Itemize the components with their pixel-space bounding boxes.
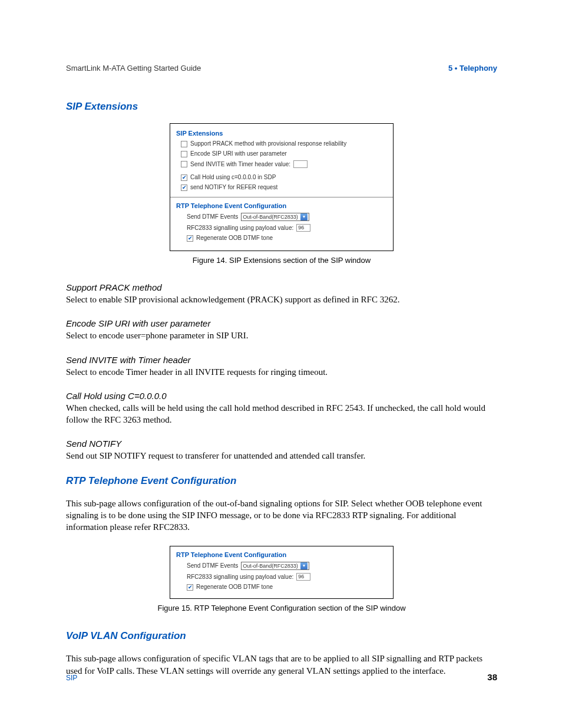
figure-divider xyxy=(170,197,393,197)
subhead-encode-uri: Encode SIP URI with user parameter xyxy=(66,318,497,328)
section-title-rtp: RTP Telephone Event Configuration xyxy=(66,475,497,487)
definition-prack: Support PRACK method Select to enable SI… xyxy=(66,282,497,305)
footer-section-label: SIP xyxy=(66,674,77,682)
label-regen-oob-2: Regenerate OOB DTMF tone xyxy=(196,584,273,591)
subhead-invite-timer: Send INVITE with Timer header xyxy=(66,355,497,365)
definition-invite-timer: Send INVITE with Timer header Select to … xyxy=(66,355,497,378)
label-invite-timer: Send INVITE with Timer header value: xyxy=(190,161,290,168)
fig15-rtp-title: RTP Telephone Event Configuration xyxy=(176,551,387,558)
footer-page-number: 38 xyxy=(487,672,497,682)
definition-call-hold: Call Hold using C=0.0.0.0 When checked, … xyxy=(66,391,497,426)
select-dtmf-value: Out-of-Band(RFC2833) xyxy=(243,214,298,220)
section-title-sip-extensions: SIP Extensions xyxy=(66,101,497,113)
body-notify: Send out SIP NOTIFY request to transfere… xyxy=(66,450,497,462)
checkbox-invite-timer[interactable] xyxy=(181,161,187,167)
label-rfc2833-payload-2: RFC2833 signalling using payload value: xyxy=(187,574,293,581)
figure-15-box: RTP Telephone Event Configuration Send D… xyxy=(170,546,394,599)
definition-encode-uri: Encode SIP URI with user parameter Selec… xyxy=(66,318,497,341)
section-title-voip-vlan: VoIP VLAN Configuration xyxy=(66,630,497,642)
select-dtmf-mode[interactable]: Out-of-Band(RFC2833) ▾ xyxy=(241,213,309,221)
checkbox-notify-refer[interactable] xyxy=(181,185,187,191)
body-rtp: This sub-page allows configuration of th… xyxy=(66,498,497,533)
label-regen-oob: Regenerate OOB DTMF tone xyxy=(196,235,273,242)
label-prack: Support PRACK method with provisional re… xyxy=(190,140,346,147)
page-footer: SIP 38 xyxy=(66,672,497,682)
input-payload-value-2[interactable]: 96 xyxy=(296,573,310,581)
subhead-prack: Support PRACK method xyxy=(66,282,497,292)
subhead-call-hold: Call Hold using C=0.0.0.0 xyxy=(66,391,497,401)
label-rfc2833-payload: RFC2833 signalling using payload value: xyxy=(187,225,293,232)
label-send-dtmf-2: Send DTMF Events xyxy=(187,562,238,569)
body-call-hold: When checked, calls will be held using t… xyxy=(66,402,497,426)
header-chapter: 5 • Telephony xyxy=(448,64,497,73)
checkbox-encode-uri[interactable] xyxy=(181,151,187,157)
page-header: SmartLink M-ATA Getting Started Guide 5 … xyxy=(66,64,497,73)
select-dtmf-value-2: Out-of-Band(RFC2833) xyxy=(243,563,298,569)
figure-14-box: SIP Extensions Support PRACK method with… xyxy=(170,123,394,251)
checkbox-regen-oob[interactable] xyxy=(187,235,193,242)
input-payload-value[interactable]: 96 xyxy=(296,224,310,232)
label-notify-refer: send NOTIFY for REFER request xyxy=(190,184,277,191)
fig14-rtp-title: RTP Telephone Event Configuration xyxy=(176,202,387,209)
subhead-notify: Send NOTIFY xyxy=(66,439,497,449)
checkbox-prack[interactable] xyxy=(181,141,187,147)
definition-notify: Send NOTIFY Send out SIP NOTIFY request … xyxy=(66,439,497,462)
body-invite-timer: Select to encode Timer header in all INV… xyxy=(66,366,497,378)
label-encode-uri: Encode SIP URI with user parameter xyxy=(190,150,287,157)
chevron-down-icon: ▾ xyxy=(300,213,308,220)
body-encode-uri: Select to encode user=phone parameter in… xyxy=(66,330,497,341)
label-send-dtmf: Send DTMF Events xyxy=(187,213,238,220)
figure-15-caption: Figure 15. RTP Telephone Event Configura… xyxy=(66,604,497,612)
checkbox-call-hold[interactable] xyxy=(181,174,187,181)
chevron-down-icon: ▾ xyxy=(300,562,308,569)
header-doc-title: SmartLink M-ATA Getting Started Guide xyxy=(66,64,201,73)
label-call-hold: Call Hold using c=0.0.0.0 in SDP xyxy=(190,174,276,181)
page: SmartLink M-ATA Getting Started Guide 5 … xyxy=(0,0,562,728)
checkbox-regen-oob-2[interactable] xyxy=(187,584,193,591)
body-prack: Select to enable SIP provisional acknowl… xyxy=(66,294,497,305)
input-timer-value[interactable] xyxy=(293,160,308,168)
figure-14-caption: Figure 14. SIP Extensions section of the… xyxy=(66,256,497,265)
fig14-sip-ext-title: SIP Extensions xyxy=(176,130,387,137)
select-dtmf-mode-2[interactable]: Out-of-Band(RFC2833) ▾ xyxy=(241,562,309,570)
